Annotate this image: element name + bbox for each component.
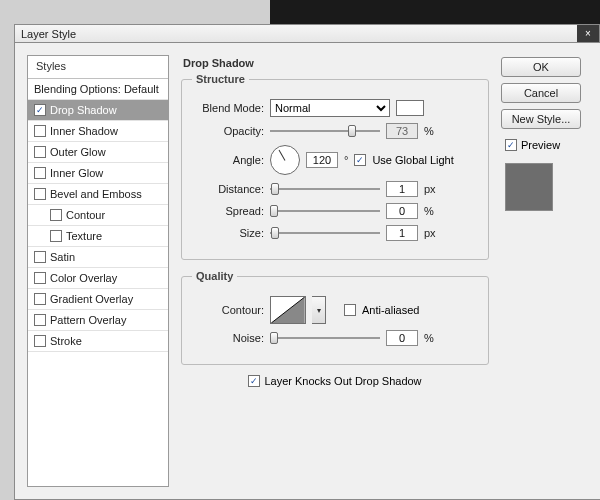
style-label: Outer Glow xyxy=(50,146,106,158)
style-row-bevel-and-emboss[interactable]: Bevel and Emboss xyxy=(28,184,168,205)
angle-dial[interactable] xyxy=(270,145,300,175)
contour-label: Contour: xyxy=(192,304,264,316)
noise-unit: % xyxy=(424,332,434,344)
style-row-pattern-overlay[interactable]: Pattern Overlay xyxy=(28,310,168,331)
structure-group: Structure Blend Mode: Normal Opacity: % … xyxy=(181,73,489,260)
preview-label: Preview xyxy=(521,139,560,151)
style-row-contour[interactable]: Contour xyxy=(28,205,168,226)
close-icon: × xyxy=(585,28,591,39)
noise-label: Noise: xyxy=(192,332,264,344)
style-checkbox[interactable] xyxy=(34,104,46,116)
angle-input[interactable] xyxy=(306,152,338,168)
noise-slider[interactable] xyxy=(270,331,380,345)
style-label: Inner Shadow xyxy=(50,125,118,137)
opacity-label: Opacity: xyxy=(192,125,264,137)
style-label: Stroke xyxy=(50,335,82,347)
distance-unit: px xyxy=(424,183,436,195)
style-checkbox[interactable] xyxy=(50,230,62,242)
style-row-inner-shadow[interactable]: Inner Shadow xyxy=(28,121,168,142)
knockout-checkbox[interactable] xyxy=(248,375,260,387)
style-checkbox[interactable] xyxy=(34,167,46,179)
style-label: Pattern Overlay xyxy=(50,314,126,326)
style-checkbox[interactable] xyxy=(50,209,62,221)
style-label: Texture xyxy=(66,230,102,242)
opacity-input[interactable] xyxy=(386,123,418,139)
angle-unit: ° xyxy=(344,154,348,166)
opacity-unit: % xyxy=(424,125,434,137)
blend-mode-label: Blend Mode: xyxy=(192,102,264,114)
preview-swatch xyxy=(505,163,553,211)
global-light-label: Use Global Light xyxy=(372,154,453,166)
opacity-slider[interactable] xyxy=(270,124,380,138)
global-light-checkbox[interactable] xyxy=(354,154,366,166)
blend-mode-select[interactable]: Normal xyxy=(270,99,390,117)
distance-label: Distance: xyxy=(192,183,264,195)
style-checkbox[interactable] xyxy=(34,293,46,305)
style-label: Bevel and Emboss xyxy=(50,188,142,200)
style-label: Satin xyxy=(50,251,75,263)
styles-panel: Styles Blending Options: Default Drop Sh… xyxy=(27,55,169,487)
style-checkbox[interactable] xyxy=(34,188,46,200)
style-row-satin[interactable]: Satin xyxy=(28,247,168,268)
ok-button[interactable]: OK xyxy=(501,57,581,77)
close-button[interactable]: × xyxy=(577,25,599,42)
blending-options-label: Blending Options: Default xyxy=(34,83,159,95)
style-checkbox[interactable] xyxy=(34,335,46,347)
title-bar: Layer Style × xyxy=(14,24,600,42)
quality-group: Quality Contour: ▾ Anti-aliased Noise: xyxy=(181,270,489,365)
size-slider[interactable] xyxy=(270,226,380,240)
effect-heading: Drop Shadow xyxy=(183,57,489,69)
size-input[interactable] xyxy=(386,225,418,241)
style-label: Inner Glow xyxy=(50,167,103,179)
antialias-label: Anti-aliased xyxy=(362,304,419,316)
size-unit: px xyxy=(424,227,436,239)
contour-picker[interactable] xyxy=(270,296,306,324)
style-row-gradient-overlay[interactable]: Gradient Overlay xyxy=(28,289,168,310)
dialog-body: Styles Blending Options: Default Drop Sh… xyxy=(14,42,600,500)
style-row-outer-glow[interactable]: Outer Glow xyxy=(28,142,168,163)
window-title: Layer Style xyxy=(21,28,76,40)
style-label: Gradient Overlay xyxy=(50,293,133,305)
style-checkbox[interactable] xyxy=(34,146,46,158)
style-row-texture[interactable]: Texture xyxy=(28,226,168,247)
angle-label: Angle: xyxy=(192,154,264,166)
style-checkbox[interactable] xyxy=(34,314,46,326)
spread-slider[interactable] xyxy=(270,204,380,218)
settings-main: Drop Shadow Structure Blend Mode: Normal… xyxy=(179,55,491,487)
contour-dropdown[interactable]: ▾ xyxy=(312,296,326,324)
style-checkbox[interactable] xyxy=(34,125,46,137)
quality-legend: Quality xyxy=(192,270,237,282)
new-style-button[interactable]: New Style... xyxy=(501,109,581,129)
styles-header[interactable]: Styles xyxy=(28,56,168,79)
spread-unit: % xyxy=(424,205,434,217)
preview-checkbox[interactable] xyxy=(505,139,517,151)
style-row-drop-shadow[interactable]: Drop Shadow xyxy=(28,100,168,121)
style-label: Drop Shadow xyxy=(50,104,117,116)
spread-label: Spread: xyxy=(192,205,264,217)
style-row-color-overlay[interactable]: Color Overlay xyxy=(28,268,168,289)
antialias-checkbox[interactable] xyxy=(344,304,356,316)
distance-slider[interactable] xyxy=(270,182,380,196)
style-row-stroke[interactable]: Stroke xyxy=(28,331,168,352)
style-row-inner-glow[interactable]: Inner Glow xyxy=(28,163,168,184)
knockout-label: Layer Knocks Out Drop Shadow xyxy=(264,375,421,387)
style-label: Contour xyxy=(66,209,105,221)
spread-input[interactable] xyxy=(386,203,418,219)
structure-legend: Structure xyxy=(192,73,249,85)
noise-input[interactable] xyxy=(386,330,418,346)
actions-column: OK Cancel New Style... Preview xyxy=(501,55,589,487)
shadow-color-well[interactable] xyxy=(396,100,424,116)
style-checkbox[interactable] xyxy=(34,251,46,263)
blending-options-row[interactable]: Blending Options: Default xyxy=(28,79,168,100)
contour-icon xyxy=(271,297,305,323)
distance-input[interactable] xyxy=(386,181,418,197)
cancel-button[interactable]: Cancel xyxy=(501,83,581,103)
style-checkbox[interactable] xyxy=(34,272,46,284)
style-label: Color Overlay xyxy=(50,272,117,284)
size-label: Size: xyxy=(192,227,264,239)
